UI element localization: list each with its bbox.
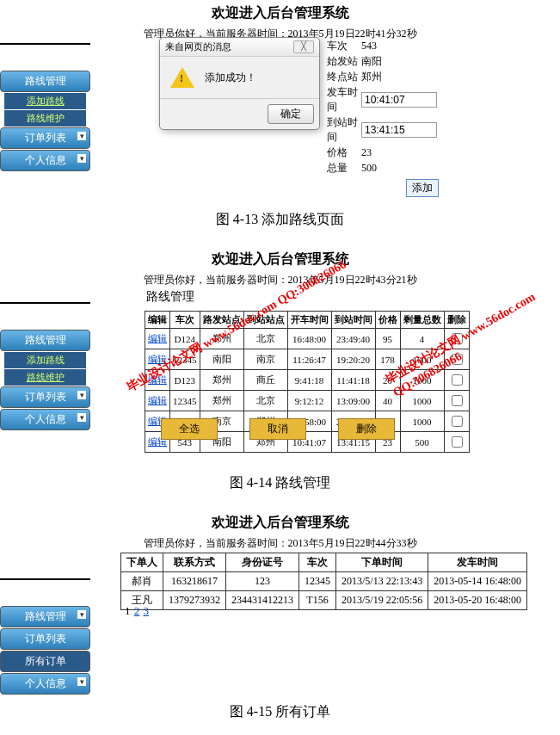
delete-checkbox[interactable] (444, 411, 469, 432)
routes-heading: 路线管理 (146, 289, 194, 305)
table-header-row: 编辑 车次 路发站点 到站站点 开车时间 到站时间 价格 剩量总数 删除 (145, 312, 470, 329)
price-label: 价格 (327, 145, 361, 160)
sidebar-sub-add-route[interactable]: 添加路线 (4, 93, 86, 109)
expand-icon[interactable]: ▾ (77, 610, 86, 619)
delete-checkbox[interactable] (444, 391, 469, 411)
section-all-orders: 欢迎进入后台管理系统 管理员你好，当前服务器时间：2013年5月19日22时44… (0, 514, 560, 686)
table-header-row: 下单人 联系方式 身份证号 车次 下单时间 发车时间 (121, 553, 527, 572)
sidebar-sub-add-route[interactable]: 添加路线 (4, 352, 86, 368)
delete-checkbox[interactable] (444, 329, 469, 349)
warning-icon (170, 67, 194, 88)
bus-value: 543 (361, 40, 439, 52)
end-label: 终点站 (327, 70, 361, 84)
expand-icon[interactable]: ▾ (77, 391, 86, 399)
add-route-form: 车次543 始发站南阳 终点站郑州 发车时间 到站时间 价格23 总量500 添… (327, 39, 439, 198)
sidebar: 路线管理 添加路线 路线维护 订单列表 ▾ 个人信息 ▾ (0, 43, 90, 172)
sidebar-item-route-mgmt[interactable]: 路线管理 (0, 71, 90, 92)
caption-4-15: 图 4-15 所有订单 (0, 703, 560, 721)
sidebar: 路线管理 添加路线 路线维护 订单列表▾ 个人信息▾ (0, 302, 90, 431)
table-row: 编辑12345郑州北京9:12:1213:09:00401000 (145, 391, 470, 411)
arr-input[interactable] (361, 122, 437, 138)
dialog-body: 添加成功！ (160, 57, 319, 98)
table-row: 王凡1379273932234431412213T1562013/5/19 22… (121, 591, 527, 610)
table-row: 编辑12345南阳南京11:26:4719:20:201781000 (145, 349, 470, 370)
pager: 1 2 3 (125, 604, 150, 618)
delete-checkbox[interactable] (444, 432, 469, 453)
dialog-title-text: 来自网页的消息 (165, 40, 231, 53)
sidebar-item-profile[interactable]: 个人信息▾ (0, 673, 90, 695)
end-value: 郑州 (361, 70, 439, 84)
alert-dialog: 来自网页的消息 ╳ 添加成功！ 确定 (159, 37, 320, 130)
sidebar-sub-all-orders[interactable]: 所有订单 (0, 651, 90, 672)
caption-4-13: 图 4-13 添加路线页面 (0, 211, 560, 229)
dialog-titlebar: 来自网页的消息 ╳ (160, 38, 319, 57)
sidebar-item-profile[interactable]: 个人信息 ▾ (0, 150, 90, 171)
expand-icon[interactable]: ▾ (77, 132, 86, 140)
close-icon[interactable]: ╳ (293, 40, 314, 53)
expand-icon[interactable]: ▾ (77, 677, 86, 686)
sidebar-item-order-list[interactable]: 订单列表 (0, 628, 90, 650)
page-title: 欢迎进入后台管理系统 (0, 514, 560, 532)
sidebar: 路线管理▾ 订单列表 所有订单 个人信息▾ (0, 578, 90, 695)
add-button[interactable]: 添加 (406, 179, 439, 197)
page-1[interactable]: 1 (125, 604, 131, 617)
expand-icon[interactable]: ▾ (77, 154, 86, 163)
sidebar-item-order-list[interactable]: 订单列表▾ (0, 386, 90, 408)
sidebar-top-border (0, 43, 90, 45)
dialog-message: 添加成功！ (205, 71, 256, 85)
table-row: 编辑D123郑州商丘9:41:1811:41:18201000 (145, 370, 470, 391)
section-route-mgmt: 欢迎进入后台管理系统 管理员你好，当前服务器时间：2013年5月19日22时43… (0, 250, 560, 457)
admin-time-line: 管理员你好，当前服务器时间：2013年5月19日22时44分33秒 (0, 536, 560, 551)
bus-label: 车次 (327, 39, 361, 53)
sidebar-top-border (0, 302, 90, 304)
sidebar-item-order-list[interactable]: 订单列表 ▾ (0, 127, 90, 149)
expand-icon[interactable]: ▾ (77, 413, 86, 422)
cancel-button[interactable]: 取消 (249, 418, 306, 440)
ok-button[interactable]: 确定 (268, 104, 314, 124)
select-all-button[interactable]: 全选 (161, 418, 218, 440)
delete-checkbox[interactable] (444, 349, 469, 370)
admin-time-line: 管理员你好，当前服务器时间：2013年5月19日22时43分21秒 (0, 273, 560, 287)
page-3[interactable]: 3 (144, 604, 150, 617)
edit-link[interactable]: 编辑 (145, 349, 170, 370)
caption-4-14: 图 4-14 路线管理 (0, 474, 560, 492)
sidebar-sub-route-maint[interactable]: 路线维护 (4, 110, 86, 127)
edit-link[interactable]: 编辑 (145, 329, 170, 349)
sidebar-item-profile[interactable]: 个人信息▾ (0, 409, 90, 430)
dep-input[interactable] (361, 92, 437, 108)
page-2[interactable]: 2 (134, 604, 140, 617)
dep-label: 发车时间 (327, 85, 361, 114)
sidebar-item-route-mgmt[interactable]: 路线管理 (0, 330, 90, 351)
orders-table: 下单人 联系方式 身份证号 车次 下单时间 发车时间 郝肖16321861712… (120, 553, 527, 610)
table-row: 郝肖163218617123123452013/5/13 22:13:43201… (121, 572, 527, 591)
sidebar-sub-route-maint[interactable]: 路线维护 (4, 369, 86, 386)
dialog-button-bar: 确定 (160, 98, 319, 129)
price-value: 23 (361, 146, 439, 159)
qty-label: 总量 (327, 161, 361, 176)
start-value: 南阳 (361, 54, 439, 69)
section-add-route: 欢迎进入后台管理系统 管理员你好，当前服务器时间：2013年5月19日22时41… (0, 4, 560, 194)
delete-button[interactable]: 删除 (338, 418, 395, 440)
delete-checkbox[interactable] (444, 370, 469, 391)
table-row: 编辑D124郑州北京16:48:0023:49:40954 (145, 329, 470, 349)
page-title: 欢迎进入后台管理系统 (0, 4, 560, 22)
edit-link[interactable]: 编辑 (145, 370, 170, 391)
start-label: 始发站 (327, 54, 361, 69)
arr-label: 到站时间 (327, 115, 361, 145)
qty-value: 500 (361, 162, 439, 175)
sidebar-item-route-mgmt[interactable]: 路线管理▾ (0, 606, 90, 627)
sidebar-top-border (0, 578, 90, 580)
page-title: 欢迎进入后台管理系统 (0, 250, 560, 269)
action-button-bar: 全选 取消 删除 (145, 418, 411, 440)
edit-link[interactable]: 编辑 (145, 391, 170, 411)
